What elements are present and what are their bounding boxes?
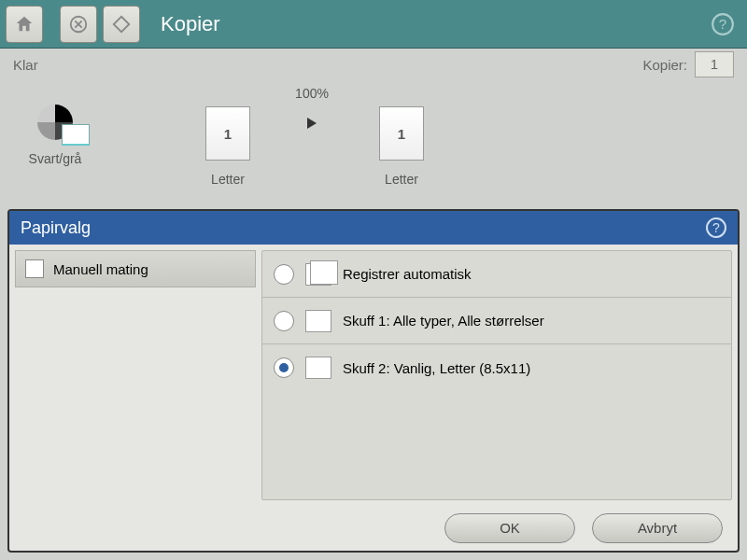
color-wheel-icon (37, 105, 73, 140)
help-icon: ? (711, 12, 735, 36)
manual-feed-option[interactable]: Manuell mating (15, 250, 256, 287)
copies-count[interactable]: 1 (695, 51, 734, 77)
screen-title: Kopier (161, 12, 704, 36)
tray-option[interactable]: Skuff 1: Alle typer, Alle størrelser (262, 298, 731, 344)
pages-stack-icon (305, 263, 331, 286)
home-icon (14, 14, 35, 35)
arrow-right-icon (307, 118, 317, 129)
paper-select-dialog: Papirvalg ? Manuell mating Registrer aut… (7, 209, 740, 553)
color-mode[interactable]: Svart/grå (13, 86, 97, 166)
tray-label: Skuff 1: Alle typer, Alle størrelser (343, 313, 544, 329)
dialog-help-button[interactable]: ? (706, 217, 726, 238)
page-icon: 1 (205, 106, 250, 161)
cancel-job-button[interactable] (60, 6, 97, 43)
dialog-header: Papirvalg ? (9, 211, 738, 245)
tray-option[interactable]: Registrer automatisk (262, 251, 731, 298)
manual-feed-label: Manuell mating (53, 261, 148, 277)
ok-button[interactable]: OK (444, 513, 575, 543)
tray-option[interactable]: Skuff 2: Vanlig, Letter (8.5x11) (262, 344, 731, 391)
cancel-button[interactable]: Avbryt (592, 513, 723, 543)
page-icon (305, 310, 331, 332)
dialog-title: Papirvalg (21, 218, 91, 238)
home-button[interactable] (6, 6, 43, 43)
scale-value: 100% (295, 86, 329, 101)
radio-icon (274, 264, 294, 285)
close-icon (68, 14, 89, 35)
copies-label: Kopier: (642, 57, 687, 73)
svg-text:?: ? (719, 16, 726, 32)
status-row: Klar Kopier: 1 (0, 49, 747, 80)
output-size-label: Letter (385, 172, 418, 187)
tray-list: Registrer automatiskSkuff 1: Alle typer,… (261, 250, 732, 500)
radio-icon (274, 357, 294, 378)
output-page[interactable]: 1 Letter (345, 86, 458, 187)
color-mode-label: Svart/grå (29, 151, 82, 166)
scale-indicator: 100% (284, 86, 340, 129)
preview-row: Svart/grå 1 Letter 100% 1 Letter (0, 80, 747, 198)
diamond-icon (111, 14, 132, 35)
start-button[interactable] (103, 6, 140, 43)
page-icon (305, 357, 331, 379)
page-icon: 1 (379, 106, 424, 161)
status-text: Klar (13, 57, 38, 73)
help-button[interactable]: ? (704, 6, 741, 43)
checkbox-icon (25, 259, 44, 278)
source-size-label: Letter (211, 172, 245, 187)
tray-label: Skuff 2: Vanlig, Letter (8.5x11) (343, 360, 530, 376)
top-bar: Kopier ? (0, 0, 747, 49)
tray-label: Registrer automatisk (343, 266, 472, 282)
radio-icon (274, 311, 294, 331)
source-page[interactable]: 1 Letter (172, 86, 284, 187)
